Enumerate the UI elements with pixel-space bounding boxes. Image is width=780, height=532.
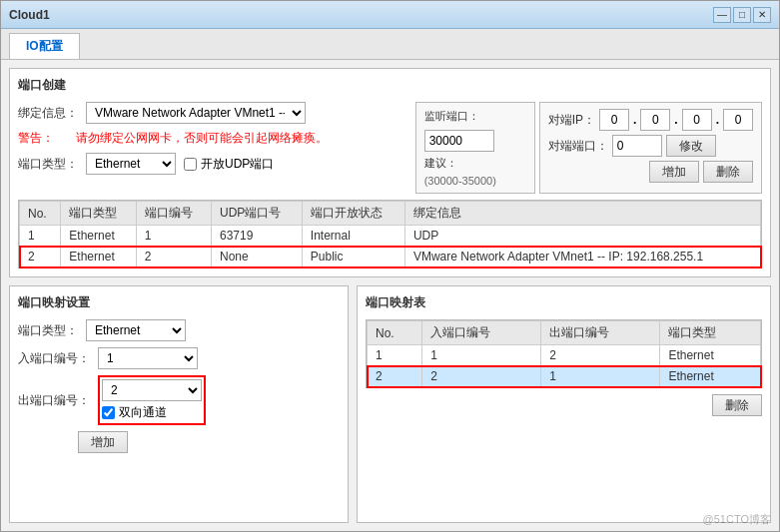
bottom-sections: 端口映射设置 端口类型： Ethernet 入端口编号： 1 2 出端口编号： bbox=[9, 285, 771, 523]
out-port-select[interactable]: 2 1 bbox=[102, 379, 202, 401]
peer-port-input[interactable] bbox=[612, 135, 662, 157]
ip-octet-2[interactable] bbox=[640, 109, 670, 131]
ip-octet-3[interactable] bbox=[682, 109, 712, 131]
bind-select[interactable]: VMware Network Adapter VMnet1 -- IP: 192… bbox=[86, 102, 306, 124]
port-table-container: No. 端口类型 端口编号 UDP端口号 端口开放状态 绑定信息 1 Ether… bbox=[18, 200, 762, 268]
map-delete-row: 删除 bbox=[366, 394, 762, 416]
port-type-select[interactable]: Ethernet bbox=[86, 153, 176, 175]
modify-button[interactable]: 修改 bbox=[666, 135, 716, 157]
map-col-no: No. bbox=[368, 321, 422, 345]
udp-checkbox[interactable] bbox=[184, 158, 197, 171]
window: Cloud1 — □ ✕ IO配置 端口创建 绑定信息： VMw bbox=[0, 0, 780, 532]
map-table-header: No. 入端口编号 出端口编号 端口类型 bbox=[368, 321, 761, 345]
out-port-label: 出端口编号： bbox=[18, 392, 90, 409]
bidirect-label[interactable]: 双向通道 bbox=[102, 404, 202, 421]
monitor-group: 监听端口： 30000 建议： (30000-35000) bbox=[415, 102, 535, 194]
table-row[interactable]: 2 Ethernet 2 None Public VMware Network … bbox=[20, 247, 761, 267]
map-table-container: No. 入端口编号 出端口编号 端口类型 1 1 2 Ether bbox=[366, 319, 762, 388]
title-buttons: — □ ✕ bbox=[713, 7, 771, 23]
map-col-out: 出端口编号 bbox=[541, 321, 660, 345]
port-type-label: 端口类型： bbox=[18, 156, 78, 173]
maximize-button[interactable]: □ bbox=[733, 7, 751, 23]
table-row[interactable]: 1 1 2 Ethernet bbox=[368, 345, 761, 366]
map-delete-button[interactable]: 删除 bbox=[712, 394, 762, 416]
in-port-select[interactable]: 1 2 bbox=[98, 347, 198, 369]
peer-port-label: 对端端口： bbox=[548, 138, 608, 155]
bind-label: 绑定信息： bbox=[18, 105, 78, 122]
col-status: 端口开放状态 bbox=[302, 202, 404, 226]
monitor-row: 监听端口： bbox=[424, 109, 526, 124]
ip-octet-1[interactable] bbox=[599, 109, 629, 131]
minimize-button[interactable]: — bbox=[713, 7, 731, 23]
peer-ip-row: 对端IP： . . . bbox=[548, 109, 753, 131]
map-add-row: 增加 bbox=[18, 431, 340, 453]
port-table: No. 端口类型 端口编号 UDP端口号 端口开放状态 绑定信息 1 Ether… bbox=[19, 201, 761, 267]
out-port-row: 出端口编号： 2 1 双向通道 bbox=[18, 375, 340, 425]
port-map-table-section: 端口映射表 No. 入端口编号 出端口编号 端口类型 bbox=[357, 285, 771, 523]
port-map-settings-section: 端口映射设置 端口类型： Ethernet 入端口编号： 1 2 出端口编号： bbox=[9, 285, 349, 523]
suggest-row: 建议： bbox=[424, 156, 526, 171]
map-table: No. 入端口编号 出端口编号 端口类型 1 1 2 Ether bbox=[367, 320, 761, 387]
peer-port-row: 对端端口： 修改 bbox=[548, 135, 753, 157]
udp-checkbox-label[interactable]: 开放UDP端口 bbox=[184, 156, 274, 173]
bidirect-text: 双向通道 bbox=[119, 404, 167, 421]
bind-info-row: 绑定信息： VMware Network Adapter VMnet1 -- I… bbox=[18, 102, 407, 124]
col-udp: UDP端口号 bbox=[212, 202, 303, 226]
col-no: No. bbox=[20, 202, 61, 226]
port-create-title: 端口创建 bbox=[18, 77, 762, 94]
udp-checkbox-text: 开放UDP端口 bbox=[201, 156, 274, 173]
port-map-table-title: 端口映射表 bbox=[366, 294, 762, 311]
map-col-type: 端口类型 bbox=[660, 321, 761, 345]
ip-octet-4[interactable] bbox=[723, 109, 753, 131]
port-map-settings-title: 端口映射设置 bbox=[18, 294, 340, 311]
map-type-label: 端口类型： bbox=[18, 322, 78, 339]
top-right: 监听端口： 30000 建议： (30000-35000) 对端IP： bbox=[415, 102, 762, 194]
map-type-select[interactable]: Ethernet bbox=[86, 319, 186, 341]
window-title: Cloud1 bbox=[9, 8, 50, 22]
col-type: 端口类型 bbox=[61, 202, 136, 226]
tab-bar: IO配置 bbox=[1, 29, 779, 60]
table-row[interactable]: 2 2 1 Ethernet bbox=[368, 366, 761, 387]
col-num: 端口编号 bbox=[136, 202, 211, 226]
close-button[interactable]: ✕ bbox=[753, 7, 771, 23]
watermark: @51CTO博客 bbox=[703, 512, 771, 527]
suggest-value: (30000-35000) bbox=[424, 175, 526, 187]
warning-label: 警告： bbox=[18, 130, 68, 147]
warning-row: 警告： 请勿绑定公网网卡，否则可能会引起网络瘫痪。 bbox=[18, 130, 407, 147]
warning-msg: 请勿绑定公网网卡，否则可能会引起网络瘫痪。 bbox=[76, 130, 328, 147]
ip-group: 对端IP： . . . 对端端口： 修改 bbox=[539, 102, 762, 194]
add-port-button[interactable]: 增加 bbox=[649, 161, 699, 183]
bidirect-checkbox[interactable] bbox=[102, 406, 115, 419]
peer-ip-label: 对端IP： bbox=[548, 112, 595, 129]
top-left: 绑定信息： VMware Network Adapter VMnet1 -- I… bbox=[18, 102, 407, 194]
port-type-row: 端口类型： Ethernet 开放UDP端口 bbox=[18, 153, 407, 175]
in-port-row: 入端口编号： 1 2 bbox=[18, 347, 340, 369]
monitor-input[interactable]: 30000 bbox=[424, 130, 494, 152]
tab-io[interactable]: IO配置 bbox=[9, 33, 80, 59]
delete-port-button[interactable]: 删除 bbox=[703, 161, 753, 183]
port-table-header: No. 端口类型 端口编号 UDP端口号 端口开放状态 绑定信息 bbox=[20, 202, 761, 226]
monitor-label: 监听端口： bbox=[424, 109, 479, 124]
map-add-button[interactable]: 增加 bbox=[78, 431, 128, 453]
suggest-label: 建议： bbox=[424, 156, 457, 171]
map-type-row: 端口类型： Ethernet bbox=[18, 319, 340, 341]
add-delete-row: 增加 删除 bbox=[548, 161, 753, 183]
top-section-inner: 绑定信息： VMware Network Adapter VMnet1 -- I… bbox=[18, 102, 762, 194]
port-create-section: 端口创建 绑定信息： VMware Network Adapter VMnet1… bbox=[9, 68, 771, 277]
table-row[interactable]: 1 Ethernet 1 63719 Internal UDP bbox=[20, 226, 761, 247]
in-port-label: 入端口编号： bbox=[18, 350, 90, 367]
out-port-box: 2 1 双向通道 bbox=[98, 375, 206, 425]
title-bar: Cloud1 — □ ✕ bbox=[1, 1, 779, 29]
col-bind: 绑定信息 bbox=[404, 202, 760, 226]
content-area: 端口创建 绑定信息： VMware Network Adapter VMnet1… bbox=[1, 60, 779, 531]
map-col-in: 入端口编号 bbox=[422, 321, 541, 345]
